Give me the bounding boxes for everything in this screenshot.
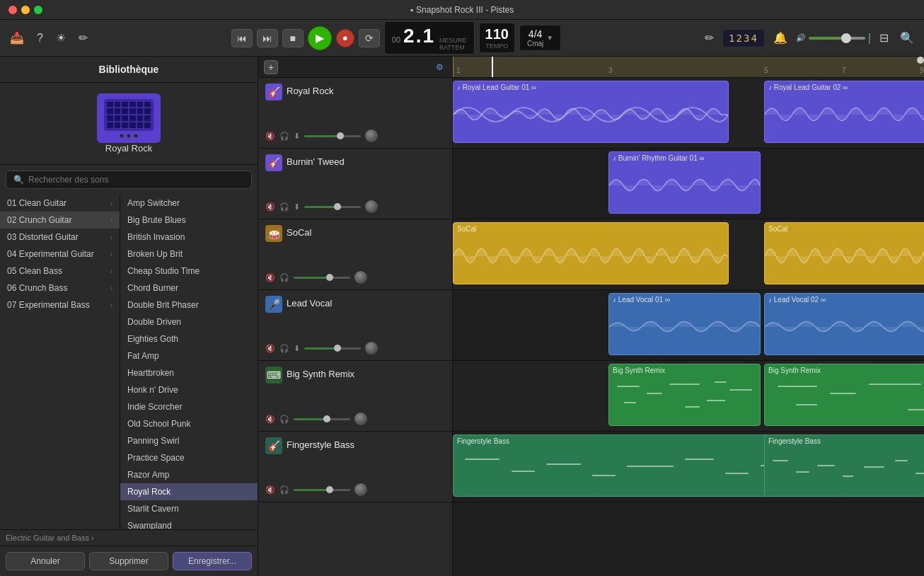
brightness-icon[interactable]: ☀	[53, 28, 69, 47]
fast-forward-button[interactable]: ⏭	[257, 29, 278, 47]
alert-icon[interactable]: 🔔	[770, 28, 790, 47]
volume-slider[interactable]	[809, 37, 865, 40]
mute-icon[interactable]: 🔇	[265, 273, 275, 282]
sidebar-item-distorted-guitar[interactable]: 03 Distorted Guitar›	[0, 229, 120, 246]
add-track-button[interactable]: +	[264, 60, 278, 74]
clip-big-synth-remix-1[interactable]: Big Synth Remix	[608, 364, 761, 426]
mute-icon[interactable]: 🔇	[265, 202, 275, 212]
stop-button[interactable]: ■	[282, 29, 304, 47]
arm-icon[interactable]: ⬇	[294, 132, 300, 141]
position-display[interactable]: 00 2.1 MESURE BATTEM	[384, 21, 475, 54]
minimize-button[interactable]	[21, 6, 30, 14]
clip-royal-lead-guitar-02[interactable]: ♪ Royal Lead Guitar 02 ∞	[764, 81, 924, 143]
vol-label: 🔊	[796, 33, 806, 42]
track-pan-knob[interactable]	[354, 271, 367, 284]
list-item[interactable]: Panning Swirl	[120, 432, 258, 449]
list-item[interactable]: Old School Punk	[120, 415, 258, 432]
list-item[interactable]: Broken Up Brit	[120, 246, 258, 263]
sidebar-item-exp-bass[interactable]: 07 Experimental Bass›	[0, 296, 120, 313]
headphone-icon[interactable]: 🎧	[279, 132, 289, 141]
mute-icon[interactable]: 🔇	[265, 344, 275, 353]
headphone-icon[interactable]: 🎧	[279, 273, 289, 282]
cancel-button[interactable]: Annuler	[6, 552, 85, 570]
list-item[interactable]: Double Driven	[120, 313, 258, 330]
list-item[interactable]: Heartbroken	[120, 364, 258, 381]
list-item[interactable]: Swampland	[120, 517, 258, 529]
headphone-icon[interactable]: 🎧	[279, 485, 289, 495]
pencil-tool-icon[interactable]: ✏	[702, 28, 717, 47]
track-controls: 🔇 🎧	[265, 271, 445, 284]
breadcrumb[interactable]: Electric Guitar and Bass ›	[0, 529, 258, 546]
list-item[interactable]: British Invasion	[120, 229, 258, 246]
track-volume-slider[interactable]	[294, 277, 350, 279]
edit-icon[interactable]: ✏	[76, 28, 91, 47]
titlebar: ▪ Snapshot Rock III - Pistes	[0, 0, 924, 20]
key-display[interactable]: 4/4 Cmaj ▼	[519, 25, 561, 51]
clip-socal-1[interactable]: SoCal	[453, 222, 729, 284]
search-box[interactable]: 🔍	[6, 171, 252, 189]
mute-icon[interactable]: 🔇	[265, 415, 275, 424]
list-item[interactable]: Amp Switcher	[120, 195, 258, 212]
rewind-button[interactable]: ⏮	[231, 29, 253, 47]
list-item[interactable]: Big Brute Blues	[120, 212, 258, 229]
mute-icon[interactable]: 🔇	[265, 485, 275, 495]
list-item[interactable]: Fat Amp	[120, 347, 258, 364]
headphone-icon[interactable]: 🎧	[279, 344, 289, 353]
amp-knobs	[120, 134, 138, 138]
clip-big-synth-remix-2[interactable]: Big Synth Remix	[764, 364, 924, 426]
inbox-icon[interactable]: 📥	[7, 28, 27, 47]
track-pan-knob[interactable]	[365, 200, 378, 213]
clip-lead-vocal-01[interactable]: ♪ Lead Vocal 01 ∞	[608, 293, 761, 355]
track-icon-drums: 🥁	[265, 225, 282, 242]
arm-icon[interactable]: ⬇	[294, 202, 300, 212]
clip-royal-lead-guitar-01[interactable]: ♪ Royal Lead Guitar 01 ∞	[453, 81, 729, 143]
play-button[interactable]: ▶	[308, 26, 332, 50]
save-button[interactable]: Enregistrer...	[173, 552, 252, 570]
track-volume-slider[interactable]	[294, 489, 350, 491]
track-volume-slider[interactable]	[294, 418, 350, 420]
track-pan-knob[interactable]	[354, 413, 367, 425]
list-item[interactable]: Cheap Studio Time	[120, 263, 258, 280]
sidebar-item-clean-bass[interactable]: 05 Clean Bass›	[0, 263, 120, 280]
track-pan-knob[interactable]	[365, 342, 378, 355]
track-pan-knob[interactable]	[365, 129, 378, 142]
track-volume-slider[interactable]	[304, 135, 361, 137]
sidebar-item-clean-guitar[interactable]: 01 Clean Guitar›	[0, 195, 120, 212]
headphone-icon[interactable]: 🎧	[279, 415, 289, 424]
list-item-royal-rock[interactable]: Royal Rock	[120, 483, 258, 500]
midi-notes	[765, 447, 924, 493]
track-volume-slider[interactable]	[304, 206, 361, 208]
grid-view-icon[interactable]: ⊟	[877, 28, 891, 47]
help-icon[interactable]: ?	[34, 29, 46, 47]
sidebar-item-crunch-bass[interactable]: 06 Crunch Bass›	[0, 280, 120, 296]
clip-lead-vocal-02[interactable]: ♪ Lead Vocal 02 ∞	[764, 293, 924, 355]
sidebar-item-crunch-guitar[interactable]: 02 Crunch Guitar›	[0, 212, 120, 229]
list-item[interactable]: Honk n' Drive	[120, 381, 258, 398]
sidebar-item-exp-guitar[interactable]: 04 Experimental Guitar›	[0, 246, 120, 263]
loop-end-marker[interactable]	[917, 57, 924, 64]
clip-fingerstyle-bass-2[interactable]: Fingerstyle Bass	[764, 434, 924, 497]
tempo-display[interactable]: 110 TEMPO	[479, 23, 515, 53]
track-volume-slider[interactable]	[304, 347, 361, 350]
search-input[interactable]	[28, 175, 244, 185]
mute-icon[interactable]: 🔇	[265, 132, 275, 141]
close-button[interactable]	[8, 6, 17, 14]
record-button[interactable]: ●	[336, 29, 354, 47]
list-item[interactable]: Starlit Cavern	[120, 500, 258, 517]
list-item[interactable]: Eighties Goth	[120, 330, 258, 347]
track-pan-knob[interactable]	[354, 483, 367, 496]
smart-controls-icon[interactable]: ⚙	[433, 59, 446, 75]
headphone-icon[interactable]: 🎧	[279, 202, 289, 212]
list-item[interactable]: Razor Amp	[120, 466, 258, 483]
clip-socal-2[interactable]: SoCal	[764, 222, 924, 284]
list-item[interactable]: Double Brit Phaser	[120, 296, 258, 313]
list-item[interactable]: Chord Burner	[120, 280, 258, 296]
list-item[interactable]: Indie Scorcher	[120, 398, 258, 415]
fullscreen-button[interactable]	[34, 6, 42, 14]
search-icon[interactable]: 🔍	[897, 28, 917, 47]
delete-button[interactable]: Supprimer	[89, 552, 168, 570]
list-item[interactable]: Practice Space	[120, 449, 258, 466]
clip-burnin-rhythm-guitar[interactable]: ♪ Burnin' Rhythm Guitar 01 ∞	[608, 151, 761, 214]
cycle-button[interactable]: ⟳	[359, 29, 380, 47]
arm-icon[interactable]: ⬇	[294, 344, 300, 353]
